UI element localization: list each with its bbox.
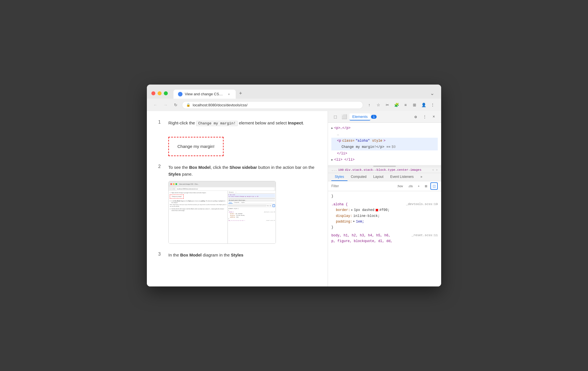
preview-image: View and change CSS - Chro... ← → ↻ loca… bbox=[169, 181, 276, 243]
css-display-line: display: inline-block; bbox=[336, 213, 438, 219]
notification-badge: 1 bbox=[371, 115, 377, 119]
refresh-button[interactable]: ↻ bbox=[172, 101, 180, 109]
share-button[interactable]: ↑ bbox=[365, 101, 373, 109]
color-swatch-red[interactable] bbox=[375, 209, 378, 212]
collapse-triangle[interactable]: ▶ bbox=[331, 126, 333, 131]
devtools-close-button[interactable]: × bbox=[430, 113, 438, 121]
step-2: 2 To see the Box Model, click the Show s… bbox=[158, 164, 316, 244]
new-tab-button[interactable]: + bbox=[236, 88, 246, 99]
css-reset-selector-line: body, h1, h2, h3, h4, h5, h6, _reset.scs… bbox=[331, 233, 438, 238]
traffic-lights bbox=[151, 91, 168, 95]
minimize-traffic-light[interactable] bbox=[158, 91, 162, 95]
bookmark-button[interactable]: ☆ bbox=[374, 101, 382, 109]
devtools-actions: ⚙ ⋮ × bbox=[412, 113, 438, 121]
step-3: 3 In the Box Model diagram in the Styles bbox=[158, 252, 316, 258]
menu-button[interactable]: ⋮ bbox=[429, 101, 437, 109]
split-view-button[interactable]: ⊞ bbox=[411, 101, 419, 109]
inspect-element-button[interactable]: ⬚ bbox=[331, 113, 339, 121]
dom-line-ellipsis: … bbox=[331, 131, 438, 137]
li-collapse-triangle[interactable]: ▶ bbox=[331, 158, 333, 162]
extension-button[interactable]: 🧩 bbox=[392, 101, 400, 109]
css-padding-line: padding: ▶ 1em; bbox=[336, 219, 438, 225]
step-3-number: 3 bbox=[158, 252, 164, 258]
step-1-number: 1 bbox=[158, 120, 164, 156]
breadcrumb-ellipsis: ... bbox=[331, 168, 337, 172]
step-1-content: Right-click the Change my margin! elemen… bbox=[168, 120, 316, 156]
css-border-line: border: ▶ 1px dashed #f00; bbox=[336, 207, 438, 213]
add-rule-button[interactable]: + bbox=[416, 184, 422, 189]
dom-line-li-collapsed[interactable]: ▶ <li> </li> bbox=[331, 157, 438, 163]
step-3-content: In the Box Model diagram in the Styles bbox=[168, 252, 316, 258]
profile-button[interactable]: 👤 bbox=[420, 101, 428, 109]
devtools-settings-button[interactable]: ⚙ bbox=[412, 113, 420, 121]
devtools-panel-tabs: Elements 1 bbox=[349, 113, 411, 120]
border-expand-icon[interactable]: ▶ bbox=[351, 208, 353, 212]
tab-favicon bbox=[178, 92, 183, 96]
main-area: 1 Right-click the Change my margin! elem… bbox=[147, 111, 441, 286]
styles-tab-styles[interactable]: Styles bbox=[331, 173, 347, 181]
css-selector-line: .aloha { _devtools.scss:19 bbox=[331, 202, 438, 207]
title-bar: View and change CSS - Chrom… × + ⌄ bbox=[147, 85, 441, 99]
screenshot-preview: View and change CSS - Chro... ← → ↻ loca… bbox=[168, 181, 276, 244]
breadcrumb-number: 100 bbox=[338, 168, 344, 172]
styles-tab-event-listeners[interactable]: Event Listeners bbox=[387, 173, 417, 181]
hov-filter-button[interactable]: :hov bbox=[395, 184, 405, 189]
css-reset-selector-line2: p, figure, blockquote, dl, dd, bbox=[331, 238, 438, 244]
dom-line-p-collapsed[interactable]: ▶ <p>…</p> bbox=[331, 125, 438, 131]
cut-button[interactable]: ✂ bbox=[383, 101, 391, 109]
css-rule-reset: body, h1, h2, h3, h4, h5, h6, _reset.scs… bbox=[331, 233, 438, 244]
padding-expand-icon[interactable]: ▶ bbox=[353, 219, 355, 224]
devtools-toolbar: ⬚ ⬜ Elements 1 ⚙ ⋮ × bbox=[328, 111, 441, 123]
forward-button[interactable]: → bbox=[162, 101, 169, 109]
dom-tree: ▶ <p>…</p> … <p class="aloha" style > bbox=[328, 123, 441, 165]
tab-manager-button[interactable]: ≡ bbox=[402, 101, 409, 109]
dom-line-p-text: Change my margin!</p> == $0 bbox=[331, 144, 438, 150]
browser-window: View and change CSS - Chrom… × + ⌄ ← → ↻… bbox=[147, 85, 441, 286]
css-rule-close-brace: } bbox=[331, 225, 438, 230]
breadcrumb-element[interactable]: div.stack.stack--block.type.center-image… bbox=[345, 168, 422, 172]
css-rules: } .aloha { _devtools.scss:19 border: ▶ 1… bbox=[328, 191, 441, 286]
filter-bar: :hov .cls + ⊞ ◫ bbox=[328, 181, 441, 191]
filter-buttons: :hov .cls + ⊞ ◫ bbox=[395, 182, 438, 190]
styles-tab-layout[interactable]: Layout bbox=[370, 173, 387, 181]
tab-menu-button[interactable]: ⌄ bbox=[428, 88, 437, 99]
step-2-content: To see the Box Model, click the Show sid… bbox=[168, 164, 316, 244]
filter-input[interactable] bbox=[331, 184, 393, 188]
breadcrumb-more: ‹ › bbox=[432, 168, 438, 172]
back-button[interactable]: ← bbox=[151, 101, 159, 109]
tabs-area: View and change CSS - Chrom… × + bbox=[173, 88, 424, 99]
css-closing-brace: } bbox=[331, 193, 438, 199]
lock-icon: 🔒 bbox=[186, 103, 190, 107]
device-emulation-button[interactable]: ⬜ bbox=[340, 113, 348, 121]
step-1: 1 Right-click the Change my margin! elem… bbox=[158, 120, 316, 156]
close-traffic-light[interactable] bbox=[151, 91, 155, 95]
cls-filter-button[interactable]: .cls bbox=[406, 184, 415, 189]
devtools-more-button[interactable]: ⋮ bbox=[421, 113, 429, 121]
breadcrumb-bar: ... 100 div.stack.stack--block.type.cent… bbox=[328, 167, 441, 173]
layer-button[interactable]: ⊞ bbox=[423, 184, 429, 189]
nav-actions: ↑ ☆ ✂ 🧩 ≡ ⊞ 👤 ⋮ bbox=[365, 101, 437, 109]
address-bar[interactable]: 🔒 localhost:8080/docs/devtools/css/ bbox=[182, 101, 363, 109]
dom-line-li-close: </li> bbox=[331, 150, 438, 157]
elements-panel-tab[interactable]: Elements bbox=[349, 113, 370, 120]
styles-tab-computed[interactable]: Computed bbox=[347, 173, 370, 181]
tab-close-button[interactable]: × bbox=[227, 92, 231, 96]
address-text: localhost:8080/docs/devtools/css/ bbox=[193, 103, 248, 107]
devtools-panel: ⬚ ⬜ Elements 1 ⚙ ⋮ × ▶ <p>…</p> bbox=[328, 111, 441, 286]
page-content: 1 Right-click the Change my margin! elem… bbox=[147, 111, 328, 286]
tab-title: View and change CSS - Chrom… bbox=[185, 92, 224, 96]
nav-bar: ← → ↻ 🔒 localhost:8080/docs/devtools/css… bbox=[147, 99, 441, 111]
show-sidebar-button[interactable]: ◫ bbox=[430, 182, 438, 190]
step-1-code: Change my margin! bbox=[196, 121, 238, 126]
active-tab[interactable]: View and change CSS - Chrom… × bbox=[173, 90, 236, 99]
change-margin-box[interactable]: Change my margin! bbox=[168, 137, 224, 156]
maximize-traffic-light[interactable] bbox=[164, 91, 168, 95]
horizontal-scrollbar[interactable] bbox=[328, 165, 441, 167]
styles-tabs: Styles Computed Layout Event Listeners » bbox=[328, 173, 441, 181]
css-rule-aloha: .aloha { _devtools.scss:19 border: ▶ 1px… bbox=[331, 202, 438, 230]
dom-line-p-aloha[interactable]: <p class="aloha" style > bbox=[331, 138, 438, 144]
step-2-number: 2 bbox=[158, 164, 164, 244]
change-margin-text: Change my margin! bbox=[177, 144, 214, 149]
styles-tab-more[interactable]: » bbox=[417, 173, 426, 181]
